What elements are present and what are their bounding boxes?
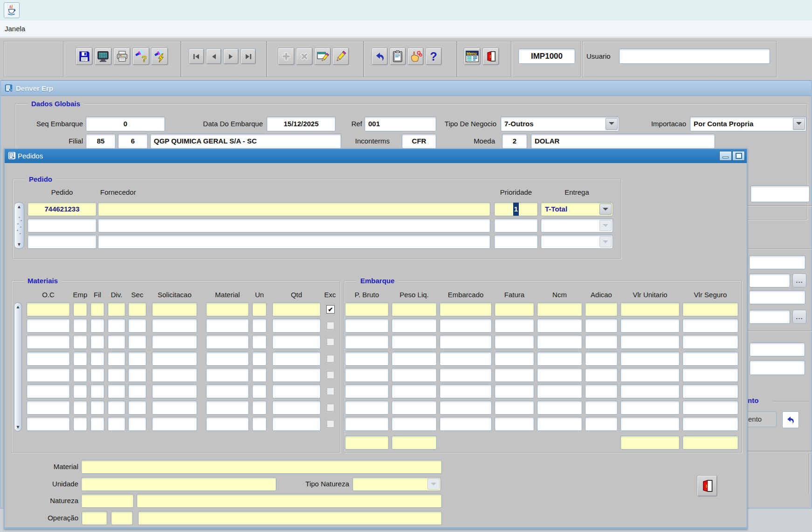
pedido-row2-entrega-combo[interactable] xyxy=(541,235,613,249)
pedido-row2-prioridade[interactable] xyxy=(494,235,538,249)
materiais-row5-emp[interactable] xyxy=(73,384,87,398)
moeda-name-field[interactable]: DOLAR xyxy=(531,134,715,149)
embarque-row0-ncm[interactable] xyxy=(537,302,582,316)
java-icon[interactable] xyxy=(4,2,20,18)
bg-ellipsis-button-2[interactable]: ... xyxy=(792,310,806,324)
materiais-row7-sec[interactable] xyxy=(128,417,146,431)
materiais-row5-solicitacao[interactable] xyxy=(152,384,197,398)
bg-field-3[interactable] xyxy=(749,273,790,287)
menu-janela[interactable]: Janela xyxy=(5,20,25,37)
data-do-embarque-field[interactable]: 15/12/2025 xyxy=(267,116,336,131)
embarque-row3-adicao[interactable] xyxy=(585,352,618,366)
materiais-row6-qtd[interactable] xyxy=(272,401,321,415)
materiais-scrollbar[interactable]: ▲▼ xyxy=(14,302,22,431)
embarque-row4-vlrunitario[interactable] xyxy=(620,368,680,382)
embarque-row4-adicao[interactable] xyxy=(585,368,618,382)
bg-field-6[interactable] xyxy=(750,342,805,356)
toolbar-menu-button[interactable]: Menu xyxy=(464,48,481,65)
toolbar-exit-button[interactable] xyxy=(482,48,499,65)
minimize-button[interactable] xyxy=(719,151,732,161)
embarque-row0-embarcado[interactable] xyxy=(440,302,492,316)
embarque-row0-fatura[interactable] xyxy=(495,302,534,316)
bg-field-5[interactable] xyxy=(749,310,790,324)
materiais-row5-sec[interactable] xyxy=(128,384,146,398)
materiais-row3-un[interactable] xyxy=(252,352,267,366)
materiais-row2-div[interactable] xyxy=(108,335,125,349)
toolbar-edit-button[interactable] xyxy=(332,48,349,65)
embarque-row4-pesoliq[interactable] xyxy=(392,368,437,382)
materiais-row4-emp[interactable] xyxy=(73,368,87,382)
materiais-row3-emp[interactable] xyxy=(73,352,87,366)
toolbar-hand-links-button[interactable] xyxy=(407,48,424,65)
embarque-row1-adicao[interactable] xyxy=(585,319,618,333)
materiais-row5-oc[interactable] xyxy=(27,384,70,398)
toolbar-enter-query-button[interactable]: ? xyxy=(132,48,150,65)
bg-button-fragment[interactable]: ento xyxy=(746,411,777,427)
embarque-row6-adicao[interactable] xyxy=(585,401,618,415)
chevron-down-icon[interactable] xyxy=(793,118,805,130)
embarque-row1-pesoliq[interactable] xyxy=(392,319,437,333)
materiais-row4-solicitacao[interactable] xyxy=(152,368,197,382)
materiais-row7-fil[interactable] xyxy=(90,417,104,431)
embarque-row4-ncm[interactable] xyxy=(537,368,582,382)
embarque-total-peso-liq[interactable] xyxy=(392,436,437,450)
operacao-code1-field[interactable] xyxy=(82,511,107,525)
embarque-row7-embarcado[interactable] xyxy=(440,417,492,431)
embarque-row2-pbruto[interactable] xyxy=(345,335,389,349)
materiais-row4-div[interactable] xyxy=(108,368,125,382)
embarque-row0-vlrunitario[interactable] xyxy=(620,302,680,316)
pedido-row2-pedido[interactable] xyxy=(28,235,96,249)
materiais-row7-solicitacao[interactable] xyxy=(152,417,197,431)
materiais-row7-exc-checkbox[interactable] xyxy=(327,420,334,428)
embarque-row3-ncm[interactable] xyxy=(537,352,582,366)
materiais-row5-div[interactable] xyxy=(108,384,125,398)
materiais-row6-exc-checkbox[interactable] xyxy=(327,404,334,411)
embarque-row6-embarcado[interactable] xyxy=(440,401,492,415)
embarque-row7-vlrseguro[interactable] xyxy=(682,417,738,431)
materiais-row6-un[interactable] xyxy=(252,401,267,415)
embarque-row2-adicao[interactable] xyxy=(585,335,618,349)
bg-field-1[interactable] xyxy=(750,185,810,202)
materiais-row5-material[interactable] xyxy=(206,384,249,398)
embarque-row4-embarcado[interactable] xyxy=(440,368,492,382)
toolbar-delete-record-button[interactable] xyxy=(296,48,313,65)
embarque-total-vlr-unitario[interactable] xyxy=(620,436,680,450)
embarque-row3-vlrunitario[interactable] xyxy=(620,352,680,366)
embarque-row3-pbruto[interactable] xyxy=(345,352,389,366)
pedido-row1-fornecedor[interactable] xyxy=(98,218,490,232)
embarque-row6-pbruto[interactable] xyxy=(345,401,389,415)
chevron-down-icon[interactable] xyxy=(599,236,612,247)
materiais-scrollbar-down[interactable]: ▼ xyxy=(14,423,21,431)
embarque-row1-vlrseguro[interactable] xyxy=(682,319,738,333)
embarque-row6-ncm[interactable] xyxy=(537,401,582,415)
materiais-row2-sec[interactable] xyxy=(128,335,146,349)
embarque-total-p-bruto[interactable] xyxy=(345,436,389,450)
toolbar-save-button[interactable] xyxy=(76,48,93,65)
embarque-row0-pesoliq[interactable] xyxy=(392,302,437,316)
seq-embarque-field[interactable]: 0 xyxy=(86,116,165,131)
pedido-row1-prioridade[interactable] xyxy=(494,218,538,232)
operacao-code2-field[interactable] xyxy=(111,511,133,525)
materiais-row1-solicitacao[interactable] xyxy=(152,319,197,333)
embarque-row6-pesoliq[interactable] xyxy=(392,401,437,415)
materiais-row1-un[interactable] xyxy=(252,319,267,333)
embarque-row6-vlrseguro[interactable] xyxy=(682,401,738,415)
embarque-row2-pesoliq[interactable] xyxy=(392,335,437,349)
materiais-row7-oc[interactable] xyxy=(27,417,70,431)
materiais-row0-sec[interactable] xyxy=(128,302,146,316)
embarque-row3-fatura[interactable] xyxy=(495,352,534,366)
embarque-row2-embarcado[interactable] xyxy=(440,335,492,349)
materiais-row0-emp[interactable] xyxy=(73,302,87,316)
materiais-row6-material[interactable] xyxy=(206,401,249,415)
pedido-scrollbar-down[interactable]: ▼ xyxy=(14,240,24,248)
chevron-down-icon[interactable] xyxy=(599,220,612,231)
materiais-row4-exc-checkbox[interactable] xyxy=(327,371,334,379)
materiais-row6-sec[interactable] xyxy=(128,401,146,415)
materiais-row0-oc[interactable] xyxy=(27,302,70,316)
usuario-input[interactable] xyxy=(619,48,770,64)
embarque-row5-adicao[interactable] xyxy=(585,384,618,398)
materiais-row2-exc-checkbox[interactable] xyxy=(327,338,334,346)
pedido-scrollbar[interactable]: ▲▼ xyxy=(14,202,24,249)
embarque-row3-embarcado[interactable] xyxy=(440,352,492,366)
materiais-row5-exc-checkbox[interactable] xyxy=(327,388,334,395)
